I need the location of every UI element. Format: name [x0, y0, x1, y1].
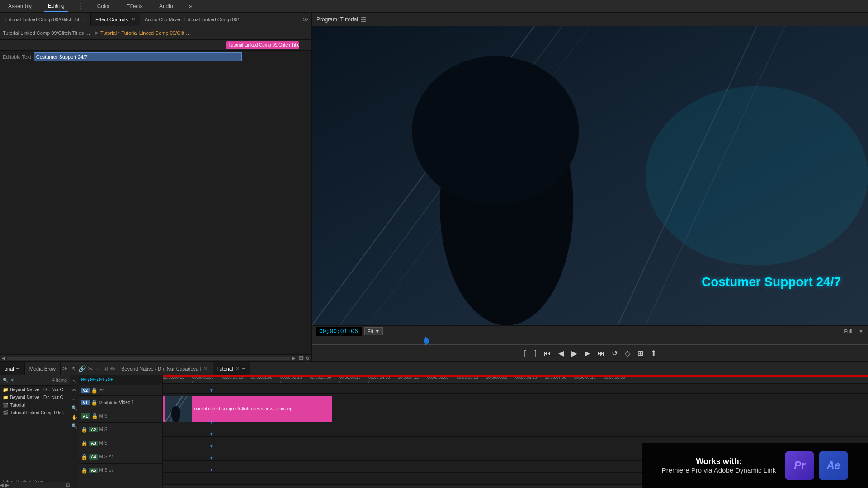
timeline-tab-beyond-native[interactable]: Beyond Native - Dir. Nur Casadevall ✕	[118, 362, 211, 375]
step-back-button[interactable]: ◀	[557, 347, 566, 359]
ec-filmstrip-icon[interactable]: 🎞	[299, 356, 304, 361]
track-a1-lock-icon[interactable]: 🔒	[91, 413, 98, 419]
track-v1-next-icon[interactable]: ▶	[114, 400, 118, 405]
play-button[interactable]: ▶	[569, 347, 579, 360]
track-a3-lock-icon[interactable]: 🔒	[81, 440, 88, 446]
track-a3-mute-btn[interactable]: M	[99, 441, 103, 446]
tab-media-browser[interactable]: Media Brow	[25, 362, 61, 375]
ec-text-input[interactable]	[34, 52, 242, 61]
workspace-separator: ⋮	[77, 2, 85, 10]
project-scroll-left[interactable]: ◀	[0, 483, 4, 488]
track-v1-prev-icon[interactable]: ◀	[104, 400, 108, 405]
selection-tool-icon[interactable]: ↖	[72, 366, 76, 372]
track-a4-mute-btn[interactable]: M	[99, 454, 103, 459]
ec-pink-clip[interactable]: Tutorial Linked Comp 09/Glitch Titles ..…	[226, 41, 299, 49]
track-a1-mute-btn[interactable]: M	[99, 413, 103, 418]
go-to-out-button[interactable]: ⏭	[595, 347, 606, 359]
project-scroll-right[interactable]: ▶	[5, 483, 9, 488]
project-scroll-handle[interactable]: ⊟	[66, 483, 70, 488]
tl-tool-search[interactable]: 🔍	[71, 422, 79, 430]
track-a2-solo-btn[interactable]: S	[104, 427, 108, 432]
track-a5-solo-btn[interactable]: S	[104, 468, 108, 473]
ec-scroll-icon: ◀	[2, 356, 5, 361]
track-v1-lock-icon[interactable]: 🔒	[91, 399, 98, 406]
program-monitor-menu-icon[interactable]: ☰	[361, 16, 367, 23]
timeline-playhead-a3	[212, 449, 212, 460]
tl-tab-close-2[interactable]: ✕	[236, 366, 239, 371]
timeline-v1-row[interactable]: Tutorial Linked Comp 09/Glitch Titles VO…	[163, 394, 868, 425]
workspace-more[interactable]: »	[186, 1, 196, 11]
workspace-color[interactable]: Color	[94, 1, 114, 11]
safe-margins-button[interactable]: ⊞	[636, 347, 645, 359]
ec-scrollbar-track[interactable]	[7, 357, 290, 360]
fit-dropdown[interactable]: Fit ▼	[364, 327, 383, 335]
tl-tool-hand[interactable]: ✋	[71, 413, 79, 421]
tl-tool-ripple[interactable]: ↔	[71, 395, 79, 403]
track-a4-lock-icon[interactable]: 🔒	[81, 454, 88, 460]
track-v1-sync-icon[interactable]: ⟳	[99, 400, 103, 405]
step-forward-button[interactable]: ▶	[583, 347, 592, 359]
timeline-tool-5[interactable]: ✏	[110, 365, 116, 372]
media-browser-label: Media Brow	[29, 366, 56, 371]
timeline-a1-row[interactable]	[163, 425, 868, 437]
tl-tab-settings-icon[interactable]: ☰	[242, 366, 246, 371]
panels-expand-icon[interactable]: ≫	[61, 366, 70, 371]
tab-close-icon[interactable]: ✕	[132, 17, 135, 22]
project-item-0[interactable]: 📁 Beyond Native - Dir. Nur C	[0, 386, 70, 394]
track-a2-mute-btn[interactable]: M	[99, 427, 103, 432]
timeline-tool-1[interactable]: 🔗	[78, 365, 86, 372]
project-search-icon[interactable]: 🔍	[3, 378, 8, 383]
track-v2-lock-icon[interactable]: 🔒	[91, 387, 98, 394]
project-tab-menu[interactable]: ☰	[16, 366, 20, 371]
tl-tool-selection[interactable]: ↖	[71, 377, 79, 385]
timeline-clip-v1[interactable]: Tutorial Linked Comp 09/Glitch Titles VO…	[163, 396, 332, 422]
export-frame-button[interactable]: ⬆	[649, 347, 658, 359]
video-preview[interactable]: Costumer Support 24/7	[312, 26, 868, 325]
project-item-1[interactable]: 📁 Beyond Native - Dir. Nur C	[0, 394, 70, 401]
track-a1-solo-btn[interactable]: S	[104, 413, 108, 418]
promo-subtitle: Premiere Pro via Adobe Dynamic Link	[662, 466, 776, 474]
tab-project[interactable]: orial ☰	[0, 362, 25, 375]
timeline-tab-tutorial[interactable]: Tutorial ✕ ☰	[213, 362, 250, 375]
timeline-tool-2[interactable]: ✂	[88, 365, 93, 372]
track-a5-lock-icon[interactable]: 🔒	[81, 467, 88, 474]
tab-audio-clip-mixer[interactable]: Audio Clip Mixer: Tutorial Linked Comp 0…	[140, 13, 249, 26]
tab-tutorial-linked-comp[interactable]: Tutorial Linked Comp 09/Glitch Titles VO…	[0, 13, 91, 26]
mark-in-button[interactable]: ⌈	[522, 347, 528, 359]
mark-out-button[interactable]: ⌉	[532, 347, 538, 359]
workspace-audio[interactable]: Audio	[156, 1, 177, 11]
panel-expand-icon[interactable]: ≫	[300, 16, 311, 23]
timeline-tool-4[interactable]: ⊞	[103, 365, 108, 372]
project-item-3[interactable]: 🎬 Tutorial Linked Comp 09/G	[0, 409, 70, 417]
quality-dropdown-arrow[interactable]: ▼	[859, 328, 863, 334]
project-filter-icon[interactable]: ▼	[10, 378, 14, 383]
ec-settings-icon[interactable]: ⚙	[306, 356, 310, 361]
track-a5-mute-btn[interactable]: M	[99, 468, 103, 473]
track-header-v2: V2 🔒 👁	[79, 385, 162, 396]
project-item-icon-1: 📁	[3, 395, 8, 400]
timeline-time-ruler[interactable]: 00;00;00;15 00;00;01;00 00;00;01;15 00;0…	[163, 375, 868, 384]
project-item-2[interactable]: 🎬 Tutorial	[0, 401, 70, 409]
loop-button[interactable]: ↺	[610, 347, 619, 359]
track-v1-keyframe-icon[interactable]: ◆	[109, 400, 113, 405]
track-a4-solo-btn[interactable]: S	[104, 454, 108, 459]
tl-tool-razor[interactable]: ✂	[71, 386, 79, 394]
track-a2-lock-icon[interactable]: 🔒	[81, 427, 88, 433]
project-tab-label: orial	[5, 366, 14, 371]
go-to-in-button[interactable]: ⏮	[542, 347, 553, 359]
program-timeline-ruler[interactable]: 🔵	[312, 337, 868, 345]
tl-tool-zoom[interactable]: 🔍	[71, 404, 79, 412]
tab-effect-controls[interactable]: Effect Controls ✕	[91, 13, 140, 26]
workspace-effects[interactable]: Effects	[123, 1, 146, 11]
track-v2-eye-icon[interactable]: 👁	[99, 388, 104, 393]
tl-tab-close-1[interactable]: ✕	[203, 366, 207, 371]
add-marker-button[interactable]: ◇	[623, 347, 632, 359]
timeline-tool-3[interactable]: ↔	[95, 365, 101, 372]
track-a3-solo-btn[interactable]: S	[104, 441, 108, 446]
workspace-editing[interactable]: Editing	[44, 1, 68, 12]
clip-thumb-svg	[165, 396, 192, 422]
tab-label: Tutorial Linked Comp 09/Glitch Titles VO…	[5, 17, 86, 22]
timeline-v2-row[interactable]	[163, 384, 868, 393]
ruler-ticks	[314, 337, 866, 345]
workspace-assembly[interactable]: Assembly	[5, 1, 35, 11]
